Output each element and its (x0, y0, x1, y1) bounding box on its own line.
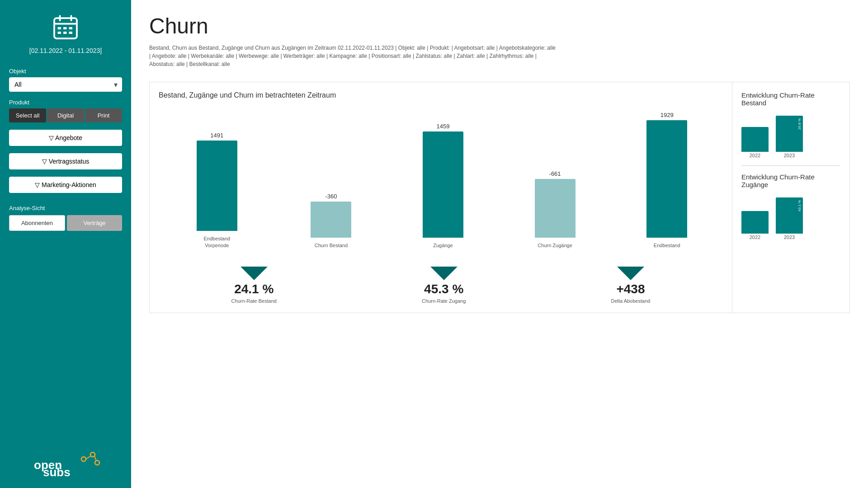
mini-bar-2-2023: 43.1 % (776, 197, 803, 234)
kpi-label-2: Churn-Rate Zugang (422, 298, 466, 304)
kpi-value-2: 45.3 % (424, 282, 463, 296)
mini-bar-pct-2-2023: 43.1 % (797, 200, 802, 211)
mini-bar-pct-1-2023: 20.8 % (797, 118, 802, 130)
mini-bar-year-2-2022: 2022 (750, 235, 760, 240)
mini-bar-group-2-2023: 43.1 % 2023 (776, 197, 803, 240)
produkt-label: Produkt (9, 99, 122, 106)
bar-label-1: Churn Bestand (315, 242, 348, 249)
mini-bar-year-2-2023: 2023 (784, 235, 795, 240)
mini-bar-group-2-2022: 2022 (741, 211, 769, 240)
bar-label-0: Endbestand Vorperiode (194, 235, 240, 249)
svg-point-11 (81, 457, 86, 461)
kpi-churn-rate-zugang: 45.3 % Churn-Rate Zugang (422, 267, 466, 304)
print-button[interactable]: Print (85, 108, 122, 122)
bar-group-churn-bestand: -360 Churn Bestand (311, 193, 351, 249)
mini-bar-group-1-2023: 20.8 % 2023 (776, 116, 803, 158)
bar-value-0: 1491 (210, 132, 223, 139)
vertragsstatus-section: ▽ Vertragsstatus (9, 153, 122, 169)
divider-line (741, 165, 840, 166)
opensubs-logo: open subs (29, 450, 102, 477)
kpi-delta-abobestand: +438 Delta Abobestand (611, 267, 651, 304)
kpi-label-1: Churn-Rate Bestand (231, 298, 277, 304)
kpi-value-1: 24.1 % (234, 282, 274, 296)
marketing-section: ▽ Marketing-Aktionen (9, 177, 122, 193)
analyse-buttons: Abonnenten Verträge (9, 215, 122, 231)
bar-group-endbestand: 1929 Endbestand (646, 112, 687, 249)
vertragsstatus-button[interactable]: ▽ Vertragsstatus (9, 153, 122, 169)
kpi-row: 24.1 % Churn-Rate Bestand 45.3 % Churn-R… (159, 262, 723, 304)
vertraege-button[interactable]: Verträge (67, 215, 122, 231)
abonnenten-button[interactable]: Abonnenten (9, 215, 65, 231)
svg-rect-4 (58, 27, 61, 29)
date-range: [02.11.2022 - 01.11.2023] (29, 47, 102, 54)
mini-bar-group-1-2022: 2022 (741, 127, 769, 158)
kpi-value-3: +438 (616, 282, 645, 296)
objekt-label: Objekt (9, 68, 122, 75)
kpi-label-3: Delta Abobestand (611, 298, 651, 304)
kpi-churn-rate-bestand: 24.1 % Churn-Rate Bestand (231, 267, 277, 304)
mini-bar-chart-2: 2022 43.1 % 2023 (741, 195, 840, 240)
digital-button[interactable]: Digital (47, 108, 84, 122)
mini-bar-year-1-2022: 2022 (750, 153, 760, 158)
bar-value-4: 1929 (660, 112, 674, 118)
bar-4 (646, 120, 687, 238)
product-buttons: Select all Digital Print (9, 108, 122, 122)
bar-value-3: -661 (549, 170, 561, 177)
right-chart-panel: Entwicklung Churn-Rate Bestand 2022 20.8… (732, 82, 850, 313)
calendar-icon (52, 14, 79, 42)
bar-label-4: Endbestand (654, 242, 680, 249)
page-description: Bestand, Churn aus Bestand, Zugänge und … (149, 44, 556, 68)
bar-3 (535, 179, 576, 238)
produkt-filter: Produkt Select all Digital Print (9, 99, 122, 122)
mini-bar-year-1-2023: 2023 (784, 153, 795, 158)
objekt-select[interactable]: All (9, 77, 122, 92)
mini-bar-1-2023: 20.8 % (776, 116, 803, 152)
analyse-label: Analyse-Sicht (9, 205, 122, 211)
objekt-filter: Objekt All (9, 68, 122, 92)
bar-0 (197, 141, 237, 231)
svg-line-15 (94, 456, 96, 461)
bar-1 (311, 202, 351, 238)
svg-point-13 (95, 460, 99, 465)
bar-group-endbestand-vorperiode: 1491 Endbestand Vorperiode (194, 132, 240, 249)
bar-value-1: -360 (325, 193, 337, 200)
mini-bar-1-2022 (741, 127, 769, 152)
bar-label-3: Churn Zugänge (538, 242, 572, 249)
bar-chart: 1491 Endbestand Vorperiode -360 Churn Be… (159, 108, 723, 253)
svg-rect-9 (69, 32, 73, 34)
svg-rect-7 (58, 32, 61, 34)
main-content: Churn Bestand, Churn aus Bestand, Zugäng… (131, 0, 868, 488)
angebote-button[interactable]: ▽ Angebote (9, 130, 122, 146)
bar-value-2: 1459 (437, 123, 450, 130)
main-chart-area: Bestand, Zugänge und Churn im betrachtet… (149, 82, 732, 313)
mini-chart-title-2: Entwicklung Churn-Rate Zugänge (741, 173, 840, 188)
mini-chart-title-1: Entwicklung Churn-Rate Bestand (741, 91, 840, 107)
objekt-select-wrapper[interactable]: All (9, 77, 122, 92)
svg-rect-8 (63, 32, 67, 34)
bar-group-churn-zugaenge: -661 Churn Zugänge (535, 170, 576, 249)
sidebar: [02.11.2022 - 01.11.2023] Objekt All Pro… (0, 0, 131, 488)
kpi-arrow-down-1 (241, 267, 268, 280)
svg-text:subs: subs (43, 465, 71, 477)
logo-area: open subs (29, 441, 102, 479)
mini-bar-2-2022 (741, 211, 769, 234)
svg-rect-5 (63, 27, 67, 29)
chart-title: Bestand, Zugänge und Churn im betrachtet… (159, 91, 723, 99)
svg-rect-6 (69, 27, 73, 29)
bar-group-zugaenge: 1459 Zugänge (423, 123, 463, 249)
angebote-section: ▽ Angebote (9, 130, 122, 146)
mini-bar-chart-1: 2022 20.8 % 2023 (741, 113, 840, 158)
analyse-section: Analyse-Sicht Abonnenten Verträge (9, 205, 122, 231)
marketing-button[interactable]: ▽ Marketing-Aktionen (9, 177, 122, 193)
chart-section: Bestand, Zugänge und Churn im betrachtet… (149, 82, 850, 313)
page-title: Churn (149, 14, 850, 38)
kpi-arrow-down-2 (430, 267, 458, 280)
bar-label-2: Zugänge (433, 242, 453, 249)
svg-line-14 (86, 456, 91, 459)
kpi-arrow-down-3 (617, 267, 644, 280)
bar-2 (423, 131, 463, 238)
select-all-button[interactable]: Select all (9, 108, 46, 122)
